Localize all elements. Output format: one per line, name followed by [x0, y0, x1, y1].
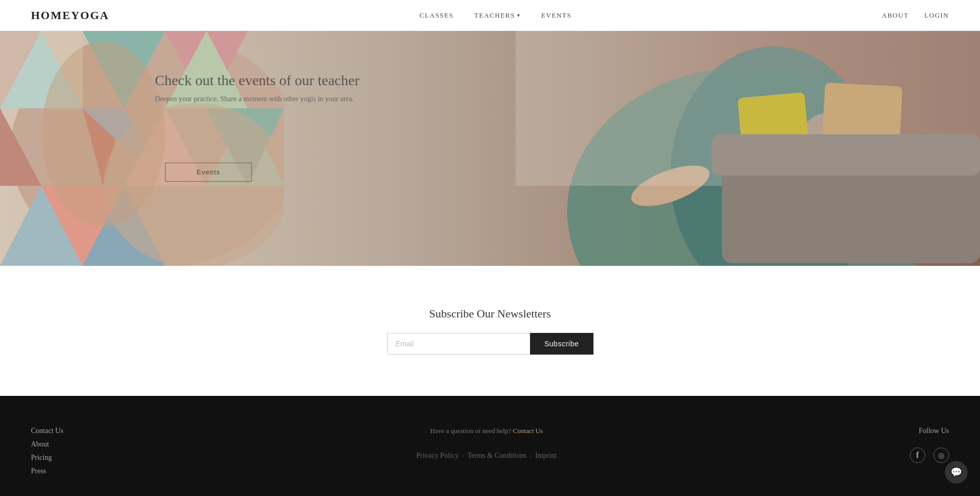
footer-contact-link[interactable]: Contact Us: [513, 427, 543, 435]
navbar: HOMEYOGA CLASSES TEACHERS ▾ EVENTS ABOUT…: [0, 0, 980, 31]
svg-point-19: [41, 41, 165, 227]
hero-right-area: [516, 31, 980, 266]
hero-title: Check out the events of our teacher: [155, 72, 360, 89]
nav-center-links: CLASSES TEACHERS ▾ EVENTS: [420, 11, 572, 20]
hero-events-button[interactable]: Events: [165, 163, 252, 182]
chevron-down-icon: ▾: [517, 12, 521, 18]
nav-about[interactable]: ABOUT: [882, 11, 909, 20]
nav-teachers-label: TEACHERS: [474, 11, 515, 20]
newsletter-title: Subscribe Our Newsletters: [10, 307, 970, 321]
chat-bubble[interactable]: 💬: [945, 461, 968, 484]
hero-subtitle: Deepen your practice, Share a moment wit…: [155, 95, 360, 103]
social-icons: f ◎: [910, 447, 949, 463]
footer-link-pricing[interactable]: Pricing: [31, 454, 63, 462]
footer-center-col: Have a question or need help? Contact Us…: [416, 427, 557, 460]
brand-logo[interactable]: HOMEYOGA: [31, 9, 109, 22]
svg-rect-28: [712, 134, 980, 175]
hero-content: Check out the events of our teacher Deep…: [155, 72, 360, 103]
footer-right-col: Follow Us f ◎: [910, 427, 949, 463]
follow-us-label: Follow Us: [910, 427, 949, 435]
footer-privacy[interactable]: Privacy Policy: [416, 452, 459, 459]
instagram-icon[interactable]: ◎: [934, 447, 949, 463]
footer-imprint[interactable]: Imprint: [535, 452, 557, 459]
hero-section: Check out the events of our teacher Deep…: [0, 31, 980, 266]
nav-events[interactable]: EVENTS: [541, 11, 572, 20]
footer-left-col: Contact Us About Pricing Press: [31, 427, 63, 475]
newsletter-section: Subscribe Our Newsletters Subscribe: [0, 266, 980, 396]
footer-terms[interactable]: Terms & Conditions: [468, 452, 526, 459]
nav-classes[interactable]: CLASSES: [420, 11, 454, 20]
nav-right-links: ABOUT LOGIN: [882, 11, 949, 20]
nav-teachers[interactable]: TEACHERS ▾: [474, 11, 521, 20]
email-input[interactable]: [387, 333, 530, 355]
nav-login[interactable]: LOGIN: [924, 11, 949, 20]
footer-link-contact[interactable]: Contact Us: [31, 427, 63, 435]
footer-link-press[interactable]: Press: [31, 467, 63, 475]
footer: Contact Us About Pricing Press Have a qu…: [0, 396, 980, 496]
footer-legal-links: Privacy Policy · Terms & Conditions · Im…: [416, 452, 557, 460]
subscribe-button[interactable]: Subscribe: [530, 333, 593, 355]
chat-icon: 💬: [951, 467, 962, 478]
footer-link-about[interactable]: About: [31, 440, 63, 449]
hero-left-pattern: [0, 31, 284, 266]
facebook-icon[interactable]: f: [910, 447, 925, 463]
footer-help-text: Have a question or need help? Contact Us: [416, 427, 557, 435]
newsletter-form: Subscribe: [387, 333, 593, 355]
